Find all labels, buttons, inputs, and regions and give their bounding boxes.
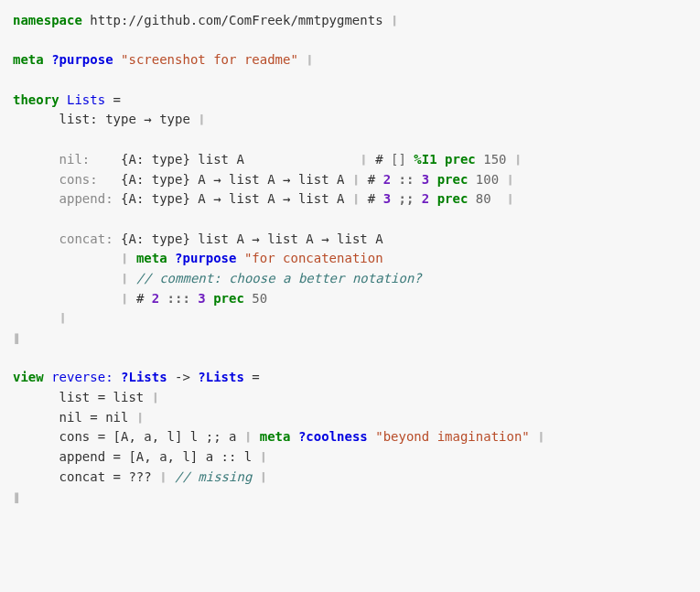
prec-value: 150 bbox=[476, 152, 507, 167]
delimiter-icon: ❙ bbox=[507, 172, 514, 187]
meta-ref: ?coolness bbox=[290, 429, 367, 444]
arg1: 2 bbox=[144, 291, 159, 306]
decl-nil-body: {A: type} list A bbox=[113, 152, 352, 167]
delimiter-icon: ❙ bbox=[260, 469, 267, 484]
keyword-prec: prec bbox=[429, 191, 468, 206]
arg2: 2 bbox=[414, 191, 429, 206]
arg1: 3 bbox=[375, 191, 391, 206]
hash: # bbox=[360, 191, 375, 206]
view-codomain: ?Lists bbox=[190, 370, 244, 384]
notation-sym: [] bbox=[383, 152, 415, 167]
keyword-prec: prec bbox=[206, 291, 244, 306]
assign-concat: concat = ??? bbox=[59, 469, 160, 484]
keyword-meta: meta bbox=[136, 251, 167, 265]
assign-append: append = [A, a, l] a :: l bbox=[59, 449, 253, 464]
prec-value: 100 bbox=[468, 172, 499, 187]
prec-value: 80 bbox=[468, 191, 499, 206]
delimiter-icon: ❙ bbox=[198, 112, 205, 126]
module-delimiter-icon: ❚ bbox=[13, 490, 20, 504]
assign-nil: nil = nil bbox=[59, 410, 129, 425]
namespace-url: http://github.com/ComFreek/mmtpygments bbox=[90, 13, 382, 27]
decl-list: list: type → type bbox=[59, 112, 190, 126]
delimiter-icon: ❙ bbox=[391, 13, 398, 27]
decl-cons-key: cons: bbox=[59, 172, 98, 187]
delimiter-icon: ❙ bbox=[152, 390, 159, 404]
assign-cons: cons = [A, a, l] l ;; a bbox=[59, 429, 237, 444]
decl-concat-key: concat: bbox=[59, 231, 113, 246]
decl-append-body: {A: type} A → list A → list A bbox=[113, 191, 345, 206]
keyword-view: view bbox=[13, 370, 44, 384]
delimiter-icon: ❙ bbox=[537, 429, 544, 444]
op-cons: :: bbox=[391, 172, 414, 187]
keyword-meta: meta bbox=[13, 52, 44, 67]
equals: = bbox=[244, 370, 260, 384]
hash: # bbox=[375, 152, 382, 167]
comment: // comment: choose a better notation? bbox=[136, 271, 422, 285]
meta-ref: ?purpose bbox=[51, 52, 113, 67]
delimiter-icon: ❙ bbox=[507, 191, 514, 206]
decl-concat-body: {A: type} list A → list A → list A bbox=[113, 231, 383, 246]
hash: # bbox=[360, 172, 375, 187]
delimiter-icon: ❙ bbox=[121, 291, 128, 306]
arg2: 3 bbox=[414, 172, 429, 187]
op-concat: ::: bbox=[159, 291, 190, 306]
delimiter-icon: ❙ bbox=[360, 152, 367, 167]
delimiter-icon: ❙ bbox=[244, 429, 252, 444]
keyword-meta: meta bbox=[260, 429, 291, 444]
view-name: reverse: bbox=[51, 370, 113, 384]
equals: = bbox=[113, 92, 121, 107]
delimiter-icon: ❙ bbox=[121, 271, 128, 285]
prec-value: 50 bbox=[244, 291, 267, 306]
arg2: 3 bbox=[190, 291, 206, 306]
assign-list: list = list bbox=[59, 390, 145, 404]
code-block: namespace http://github.com/ComFreek/mmt… bbox=[0, 0, 700, 518]
decl-cons-body: {A: type} A → list A → list A bbox=[113, 172, 345, 187]
meta-string: "screenshot for readme" bbox=[121, 52, 298, 67]
module-delimiter-icon: ❚ bbox=[13, 330, 20, 345]
meta-ref: ?purpose bbox=[167, 251, 237, 265]
arg1: 2 bbox=[375, 172, 391, 187]
pad bbox=[90, 152, 113, 167]
keyword-prec: prec bbox=[437, 152, 476, 167]
pad bbox=[98, 172, 113, 187]
delimiter-icon: ❙ bbox=[306, 52, 313, 67]
delimiter-icon: ❙ bbox=[514, 152, 522, 167]
theory-name: Lists bbox=[67, 92, 105, 107]
view-domain: ?Lists bbox=[113, 370, 167, 384]
op-append: ;; bbox=[391, 191, 414, 206]
keyword-namespace: namespace bbox=[13, 13, 82, 27]
decl-nil-key: nil: bbox=[59, 152, 91, 167]
comment: // missing bbox=[175, 469, 252, 484]
decl-append-key: append: bbox=[59, 191, 113, 206]
arrow: -> bbox=[167, 370, 190, 384]
meta-string: "for concatenation bbox=[236, 251, 382, 265]
delimiter-icon: ❙ bbox=[260, 449, 267, 464]
meta-string: "beyond imagination" bbox=[368, 429, 530, 444]
keyword-theory: theory bbox=[13, 92, 59, 107]
keyword-prec: prec bbox=[429, 172, 468, 187]
delimiter-icon: ❙ bbox=[121, 251, 128, 265]
delimiter-icon: ❙ bbox=[159, 469, 167, 484]
delimiter-icon: ❙ bbox=[136, 410, 144, 425]
pct-token: %I1 bbox=[414, 152, 436, 167]
delimiter-icon: ❙ bbox=[59, 310, 67, 325]
